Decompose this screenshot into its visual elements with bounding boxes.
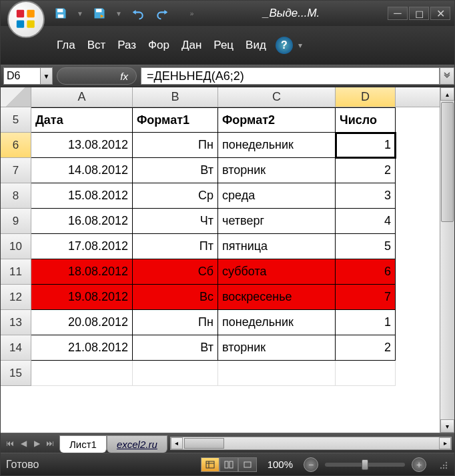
scroll-track[interactable] bbox=[440, 101, 454, 419]
cell-A6[interactable]: 13.08.2012 bbox=[31, 133, 133, 158]
cell-B6[interactable]: Пн bbox=[133, 133, 218, 158]
cell-C8[interactable]: среда bbox=[218, 183, 336, 209]
view-normal-icon[interactable] bbox=[201, 457, 219, 472]
row-header[interactable]: 13 bbox=[1, 310, 31, 335]
hscroll-right-icon[interactable]: ▸ bbox=[439, 437, 451, 449]
formula-input[interactable]: =ДЕНЬНЕД(A6;2) bbox=[141, 67, 440, 85]
cell-C11[interactable]: суббота bbox=[218, 259, 336, 285]
qat-dropdown-icon[interactable]: ▼ bbox=[115, 10, 122, 17]
row-header[interactable]: 6 bbox=[1, 133, 31, 158]
sheet-tab-active[interactable]: Лист1 bbox=[59, 435, 107, 453]
cell-C12[interactable]: воскресенье bbox=[218, 285, 336, 310]
maximize-button[interactable]: ◻ bbox=[409, 7, 429, 20]
qat-dropdown-icon[interactable]: ▼ bbox=[77, 10, 83, 17]
row-header[interactable]: 15 bbox=[1, 361, 31, 386]
scroll-up-icon[interactable]: ▴ bbox=[440, 87, 454, 101]
hscroll-thumb[interactable] bbox=[184, 438, 224, 449]
zoom-handle[interactable] bbox=[362, 459, 368, 470]
cell-D7[interactable]: 2 bbox=[336, 158, 396, 183]
row-header[interactable]: 8 bbox=[1, 183, 31, 209]
cell-D9[interactable]: 4 bbox=[336, 209, 396, 234]
tab-view[interactable]: Вид bbox=[240, 35, 272, 56]
row-header[interactable]: 10 bbox=[1, 234, 31, 259]
row-header[interactable]: 7 bbox=[1, 158, 31, 183]
row-header[interactable]: 9 bbox=[1, 209, 31, 234]
cell-A11[interactable]: 18.08.2012 bbox=[31, 259, 133, 285]
cell-B15[interactable] bbox=[133, 361, 218, 386]
save-icon[interactable] bbox=[51, 5, 70, 22]
cell-A10[interactable]: 17.08.2012 bbox=[31, 234, 133, 259]
name-box-dropdown-icon[interactable]: ▼ bbox=[41, 67, 53, 85]
save-as-icon[interactable] bbox=[90, 5, 109, 22]
tab-layout[interactable]: Раз bbox=[112, 35, 141, 56]
cell-B11[interactable]: Сб bbox=[133, 259, 218, 285]
cell-A13[interactable]: 20.08.2012 bbox=[31, 310, 133, 335]
redo-icon[interactable] bbox=[153, 5, 171, 22]
tab-review[interactable]: Рец bbox=[208, 35, 239, 56]
cell-B8[interactable]: Ср bbox=[133, 183, 218, 209]
cell-D14[interactable]: 2 bbox=[336, 335, 396, 361]
help-icon[interactable]: ? bbox=[276, 37, 293, 54]
view-pagebreak-icon[interactable] bbox=[238, 457, 257, 472]
col-header-B[interactable]: B bbox=[133, 87, 218, 107]
cell-D5[interactable]: Число bbox=[336, 107, 396, 133]
tab-home[interactable]: Гла bbox=[51, 35, 81, 56]
cell-A5[interactable]: Дата bbox=[31, 107, 133, 133]
select-all-corner[interactable] bbox=[1, 87, 31, 107]
row-header[interactable]: 5 bbox=[1, 107, 31, 133]
cell-C6[interactable]: понедельник bbox=[218, 133, 336, 158]
cell-C5[interactable]: Формат2 bbox=[218, 107, 336, 133]
qat-more-icon[interactable]: » bbox=[190, 10, 194, 17]
cell-A14[interactable]: 21.08.2012 bbox=[31, 335, 133, 361]
tab-data[interactable]: Дан bbox=[176, 35, 207, 56]
sheet-next-icon[interactable]: ▶ bbox=[30, 437, 43, 450]
col-header-A[interactable]: A bbox=[31, 87, 133, 107]
hscroll-left-icon[interactable]: ◂ bbox=[171, 437, 183, 449]
undo-icon[interactable] bbox=[129, 5, 147, 22]
col-header-C[interactable]: C bbox=[218, 87, 336, 107]
fx-icon[interactable]: fx bbox=[120, 71, 128, 82]
sheet-first-icon[interactable]: ⏮ bbox=[3, 437, 17, 450]
cell-A7[interactable]: 14.08.2012 bbox=[31, 158, 133, 183]
row-header[interactable]: 14 bbox=[1, 335, 31, 361]
cell-C7[interactable]: вторник bbox=[218, 158, 336, 183]
row-header[interactable]: 11 bbox=[1, 259, 31, 285]
cell-D6[interactable]: 1 bbox=[336, 133, 396, 158]
sheet-last-icon[interactable]: ⏭ bbox=[43, 437, 57, 450]
name-box[interactable]: D6 bbox=[3, 67, 41, 85]
cell-A15[interactable] bbox=[31, 361, 133, 386]
cell-C10[interactable]: пятница bbox=[218, 234, 336, 259]
cell-B9[interactable]: Чт bbox=[133, 209, 218, 234]
cell-B10[interactable]: Пт bbox=[133, 234, 218, 259]
cell-A9[interactable]: 16.08.2012 bbox=[31, 209, 133, 234]
cell-D11[interactable]: 6 bbox=[336, 259, 396, 285]
sheet-prev-icon[interactable]: ◀ bbox=[17, 437, 30, 450]
cell-B12[interactable]: Вс bbox=[133, 285, 218, 310]
cell-D13[interactable]: 1 bbox=[336, 310, 396, 335]
cell-D12[interactable]: 7 bbox=[336, 285, 396, 310]
cell-D8[interactable]: 3 bbox=[336, 183, 396, 209]
cell-B13[interactable]: Пн bbox=[133, 310, 218, 335]
cell-D10[interactable]: 5 bbox=[336, 234, 396, 259]
col-header-D[interactable]: D bbox=[336, 87, 396, 107]
cell-C14[interactable]: вторник bbox=[218, 335, 336, 361]
view-layout-icon[interactable] bbox=[219, 457, 238, 472]
zoom-percent[interactable]: 100% bbox=[268, 459, 293, 470]
ribbon-minimize-icon[interactable]: ▾ bbox=[298, 41, 302, 50]
zoom-slider[interactable] bbox=[325, 463, 405, 467]
zoom-out-icon[interactable]: − bbox=[304, 457, 318, 472]
row-header[interactable]: 12 bbox=[1, 285, 31, 310]
cell-A12[interactable]: 19.08.2012 bbox=[31, 285, 133, 310]
cell-B5[interactable]: Формат1 bbox=[133, 107, 218, 133]
cell-C9[interactable]: четверг bbox=[218, 209, 336, 234]
minimize-button[interactable]: ─ bbox=[388, 7, 408, 20]
tab-insert[interactable]: Вст bbox=[82, 35, 111, 56]
cell-A8[interactable]: 15.08.2012 bbox=[31, 183, 133, 209]
cell-C13[interactable]: понедельник bbox=[218, 310, 336, 335]
close-button[interactable]: ✕ bbox=[430, 7, 450, 20]
hscroll-track[interactable] bbox=[183, 437, 439, 449]
zoom-in-icon[interactable]: + bbox=[412, 457, 426, 472]
scroll-down-icon[interactable]: ▾ bbox=[440, 419, 454, 433]
resize-grip-icon[interactable] bbox=[437, 459, 449, 471]
cell-B7[interactable]: Вт bbox=[133, 158, 218, 183]
